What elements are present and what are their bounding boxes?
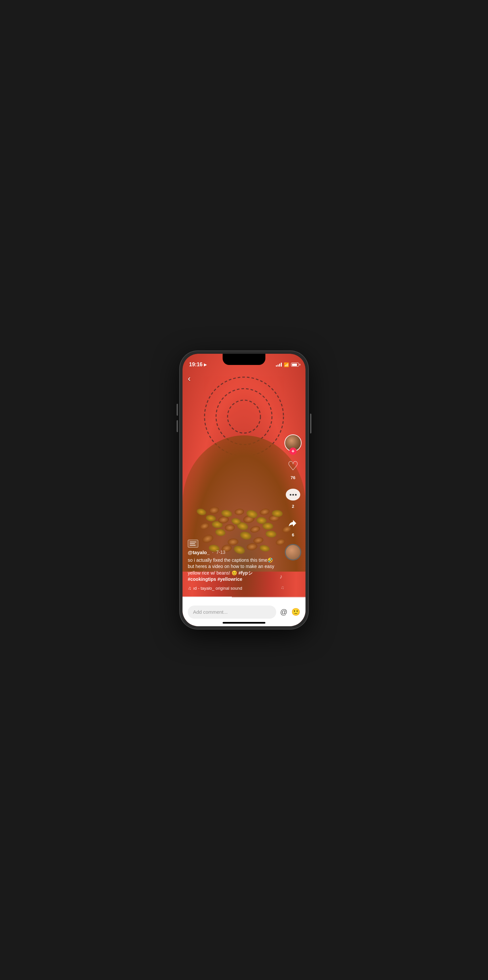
progress-fill: [182, 597, 232, 597]
music-disc[interactable]: [285, 544, 301, 560]
comment-input-field[interactable]: Add comment...: [188, 606, 276, 619]
power-button[interactable]: [310, 414, 311, 433]
share-icon: [287, 517, 299, 529]
svg-point-31: [234, 508, 244, 515]
caption-text: so i actually fixed the captions this ti…: [188, 557, 277, 583]
separator-dot: ·: [212, 550, 214, 555]
post-date: 7-13: [216, 550, 225, 555]
svg-point-29: [209, 506, 220, 515]
share-action: 6: [285, 515, 301, 538]
sound-note-icon: ♫: [188, 585, 192, 591]
share-count: 6: [292, 533, 294, 538]
sound-text[interactable]: ıd - tayalo_ original sound: [193, 586, 242, 591]
wifi-icon: 📶: [284, 362, 289, 367]
svg-point-15: [199, 522, 210, 531]
cc-lines: [190, 542, 196, 546]
heart-icon: ♡: [287, 460, 299, 472]
comment-placeholder: Add comment...: [193, 609, 228, 615]
cc-icon[interactable]: [188, 540, 198, 547]
comment-count: 2: [292, 504, 294, 509]
mention-button[interactable]: @: [280, 608, 287, 616]
phone-screen: 19:16 ▶ 📶 ‹: [182, 354, 306, 626]
comment-action: 2: [285, 487, 301, 509]
svg-point-33: [259, 508, 270, 516]
svg-point-2: [228, 400, 260, 433]
location-icon: ▶: [204, 363, 206, 367]
time-display: 19:16: [189, 362, 203, 368]
share-button[interactable]: [285, 515, 301, 531]
hashtag-yellowrice[interactable]: #yellowrice: [217, 576, 242, 582]
music-disc-image: [286, 545, 300, 560]
emoji-button[interactable]: 🙂: [292, 608, 300, 616]
cc-row: [188, 540, 277, 547]
phone-frame: 19:16 ▶ 📶 ‹: [180, 351, 308, 629]
comment-button[interactable]: [285, 487, 301, 503]
svg-point-19: [249, 525, 261, 534]
svg-point-17: [225, 524, 235, 532]
phone-notch: [223, 354, 265, 365]
like-button[interactable]: ♡: [285, 458, 301, 474]
svg-point-28: [196, 508, 207, 516]
creator-avatar[interactable]: +: [284, 434, 301, 452]
right-action-panel: + ♡ 76: [284, 434, 301, 560]
sound-row: ♫ ıd - tayalo_ original sound: [188, 585, 277, 591]
hashtag-cookingtips[interactable]: #cookingtips: [188, 576, 216, 582]
battery-icon: [291, 363, 299, 367]
username-row: @tayalo_ · 7-13: [188, 550, 277, 555]
volume-up-button[interactable]: [177, 404, 178, 416]
svg-point-22: [205, 514, 216, 522]
comment-bubble-icon: [286, 489, 300, 501]
back-button[interactable]: ‹: [188, 374, 191, 384]
caption-area: @tayalo_ · 7-13 so i actually fixed the …: [182, 536, 282, 595]
hashtag-fyp[interactable]: #fypシ: [238, 570, 252, 576]
follow-button[interactable]: +: [289, 447, 296, 455]
comment-dots-icon: [290, 494, 296, 496]
signal-icon: [276, 363, 282, 367]
like-count: 76: [291, 475, 295, 480]
status-time: 19:16 ▶: [189, 362, 206, 368]
creator-username[interactable]: @tayalo_: [188, 550, 209, 555]
status-right-icons: 📶: [276, 362, 299, 367]
volume-down-button[interactable]: [177, 420, 178, 432]
tiktok-screen: 19:16 ▶ 📶 ‹: [182, 354, 306, 626]
like-action: ♡ 76: [285, 458, 301, 480]
home-indicator: [223, 622, 265, 624]
video-progress-bar[interactable]: [182, 597, 306, 597]
